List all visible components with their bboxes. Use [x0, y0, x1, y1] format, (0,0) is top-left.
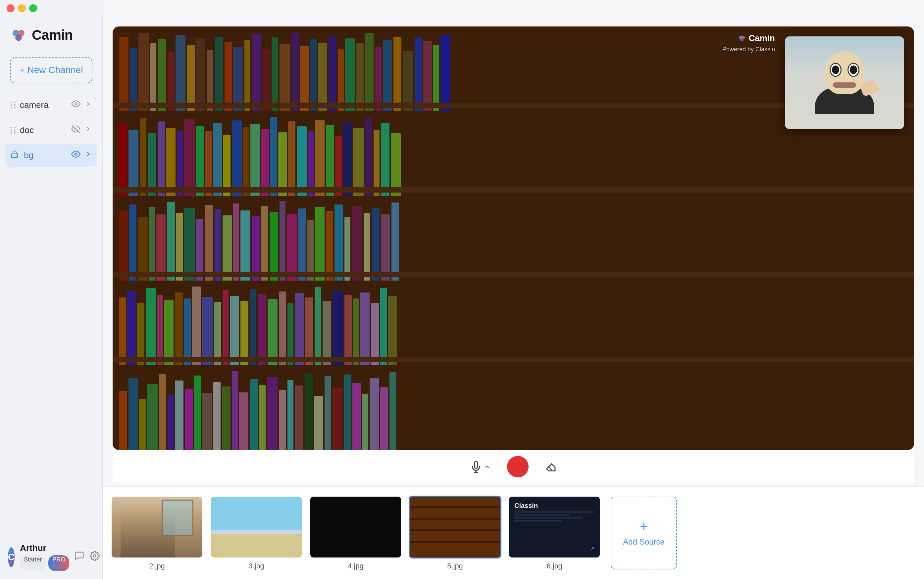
user-name: Arthur: [20, 543, 69, 553]
titlebar: [0, 0, 103, 16]
camera-overlay: [785, 36, 904, 129]
new-channel-button[interactable]: + New Channel: [10, 57, 92, 83]
books-row-5: [113, 365, 914, 450]
badge-starter: Starter: [20, 555, 46, 571]
watermark: Camin Powered by Classin: [722, 33, 775, 53]
thumb-label-2: 2.jpg: [149, 562, 165, 571]
watermark-subtitle: Powered by Classin: [722, 46, 775, 53]
books-row-4: [113, 281, 914, 365]
user-badges: Starter PRO ↑: [20, 555, 69, 571]
close-button[interactable]: [7, 4, 15, 12]
thumbnail-5[interactable]: 5.jpg: [409, 496, 501, 571]
add-source-button[interactable]: + Add Source: [611, 497, 677, 569]
erase-button[interactable]: [545, 461, 557, 473]
user-info: Arthur Starter PRO ↑: [20, 543, 69, 571]
lock-icon-bg: [11, 150, 18, 160]
svg-point-4: [75, 103, 77, 105]
thumb-label-4: 4.jpg: [348, 562, 364, 571]
chat-button[interactable]: [74, 551, 84, 563]
svg-point-8: [94, 554, 96, 557]
add-source-plus-icon: +: [640, 519, 647, 534]
thumb-img-3[interactable]: [210, 496, 303, 558]
visibility-off-icon-doc[interactable]: [71, 124, 80, 136]
chevron-icon-camera[interactable]: [84, 100, 92, 110]
drag-handle-camera: [11, 101, 16, 108]
svg-point-7: [75, 153, 77, 155]
channel-name-camera: camera: [20, 100, 67, 110]
thumbnail-3[interactable]: 3.jpg: [210, 496, 303, 571]
maximize-button[interactable]: [29, 4, 37, 12]
mic-button[interactable]: [470, 461, 491, 473]
badge-pro: PRO ↑: [48, 555, 69, 571]
channel-name-doc: doc: [20, 125, 67, 135]
user-actions: [74, 551, 100, 563]
controls-bar: [113, 450, 914, 483]
thumb-label-3: 3.jpg: [248, 562, 264, 571]
thumb-img-2[interactable]: [111, 496, 204, 558]
app-name: Camin: [32, 27, 72, 43]
avatar: C: [8, 547, 15, 567]
thumbnail-2[interactable]: 2.jpg: [111, 496, 204, 571]
video-container: Camin Powered by Classin: [113, 26, 914, 450]
sidebar: Camin + New Channel camera: [0, 0, 103, 579]
user-area: C Arthur Starter PRO ↑: [0, 535, 102, 579]
visibility-icon-camera[interactable]: [71, 99, 80, 111]
drag-handle-doc: [11, 127, 16, 134]
add-source-label: Add Source: [623, 537, 665, 546]
channel-list: camera doc: [0, 93, 102, 535]
main-content: Camin Powered by Classin: [103, 0, 924, 579]
books-row-3: [113, 196, 914, 281]
minimize-button[interactable]: [18, 4, 26, 12]
visibility-icon-bg[interactable]: [71, 150, 80, 161]
video-background: Camin Powered by Classin: [113, 26, 914, 450]
thumb-img-4[interactable]: [309, 496, 402, 558]
thumbnail-6[interactable]: Classin ↗ 6.jpg: [508, 496, 601, 571]
channel-item-bg[interactable]: bg: [5, 144, 97, 167]
svg-rect-6: [11, 154, 18, 157]
app-logo-icon: [10, 26, 27, 44]
svg-point-11: [740, 38, 743, 41]
chevron-icon-doc[interactable]: [84, 125, 92, 135]
logo-area: Camin: [0, 16, 102, 54]
channel-item-doc[interactable]: doc: [5, 118, 97, 142]
preview-area: Camin Powered by Classin: [103, 16, 924, 486]
thumb-img-6[interactable]: Classin ↗: [508, 496, 601, 558]
mic-arrow-icon: [484, 463, 491, 470]
thumbnail-4[interactable]: 4.jpg: [309, 496, 402, 571]
settings-button[interactable]: [90, 551, 100, 563]
chevron-icon-bg[interactable]: [84, 150, 92, 160]
channel-item-camera[interactable]: camera: [5, 93, 97, 116]
record-button[interactable]: [507, 456, 528, 478]
thumbnail-strip: 2.jpg 3.jpg 4.jpg 5.jpg: [103, 486, 924, 579]
thumb-label-5: 5.jpg: [447, 562, 463, 571]
thumb-label-6: 6.jpg: [547, 562, 562, 571]
channel-name-bg: bg: [24, 150, 67, 160]
svg-point-3: [15, 34, 22, 41]
thumb-img-5[interactable]: [409, 496, 501, 558]
watermark-brand: Camin: [749, 33, 775, 43]
